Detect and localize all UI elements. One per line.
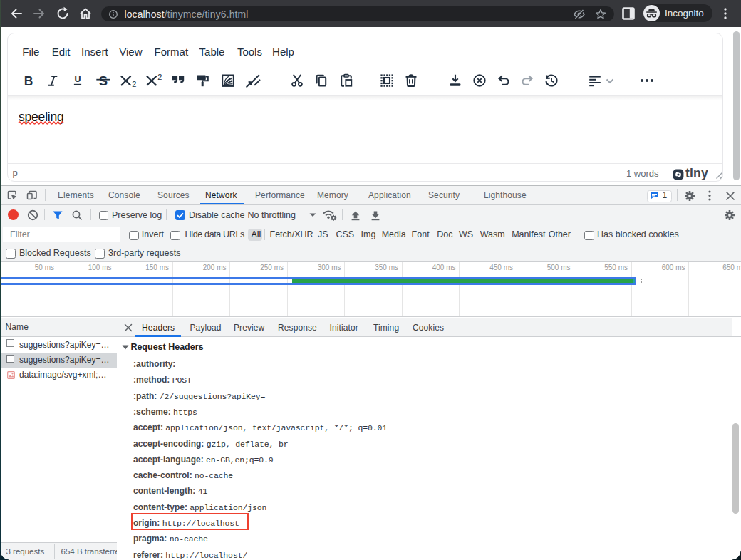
svg-text:S: S — [99, 73, 108, 88]
svg-text:B: B — [24, 73, 33, 88]
svg-text:2: 2 — [132, 79, 136, 88]
svg-text:U: U — [75, 74, 81, 84]
svg-text:2: 2 — [158, 73, 162, 81]
